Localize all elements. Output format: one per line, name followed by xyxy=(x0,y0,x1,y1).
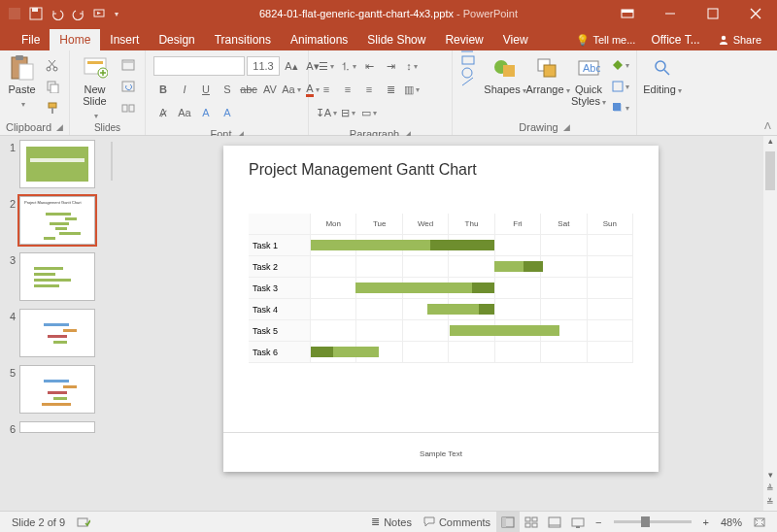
tab-slideshow[interactable]: Slide Show xyxy=(357,29,435,50)
gantt-bar[interactable] xyxy=(355,283,472,293)
gantt-bar[interactable] xyxy=(311,240,430,250)
panel-separator[interactable] xyxy=(105,136,118,511)
gantt-bar[interactable] xyxy=(524,261,543,272)
prev-slide-icon[interactable]: ≜ xyxy=(763,483,777,497)
minimize-icon[interactable] xyxy=(649,0,692,27)
thumb-2[interactable]: Project Management Gantt Chart xyxy=(19,196,95,245)
grow-font-icon[interactable]: A▴ xyxy=(282,56,301,76)
quick-styles-button[interactable]: Abc Quick Styles xyxy=(569,52,608,107)
shape-outline-icon[interactable] xyxy=(612,78,629,95)
ribbon-display-icon[interactable] xyxy=(606,0,649,27)
section-icon[interactable] xyxy=(119,99,137,116)
scroll-up-icon[interactable]: ▴ xyxy=(763,136,777,150)
tab-insert[interactable]: Insert xyxy=(100,29,149,50)
gantt-chart[interactable]: Mon Tue Wed Thu Fri Sat Sun Task 1 xyxy=(249,214,633,363)
justify-icon[interactable]: ≣ xyxy=(381,80,400,99)
gantt-bar[interactable] xyxy=(333,347,378,357)
tab-transitions[interactable]: Transitions xyxy=(205,29,281,50)
align-right-icon[interactable]: ≡ xyxy=(359,80,379,99)
sample-text[interactable]: Sample Text xyxy=(420,449,462,458)
underline-button[interactable]: U xyxy=(196,80,216,99)
share-button[interactable]: Share xyxy=(708,30,771,50)
clear-format-icon[interactable]: A̷ xyxy=(153,103,173,122)
tab-animations[interactable]: Animations xyxy=(281,29,357,50)
tab-tellme[interactable]: 💡 Tell me... xyxy=(568,29,643,50)
small-a-icon[interactable]: A xyxy=(196,103,216,122)
slide-panel[interactable]: 1 2 Project Management Gantt Chart 3 xyxy=(0,136,105,511)
zoom-level[interactable]: 48% xyxy=(715,512,748,533)
tab-review[interactable]: Review xyxy=(435,29,492,50)
shapes-button[interactable]: Shapes xyxy=(484,52,526,95)
zoom-out-button[interactable]: − xyxy=(590,512,607,533)
collapse-ribbon-icon[interactable]: ᐱ xyxy=(764,120,771,131)
next-slide-icon[interactable]: ≚ xyxy=(763,497,777,511)
thumb-3[interactable] xyxy=(19,252,95,301)
fit-to-window-icon[interactable] xyxy=(748,512,771,533)
zoom-knob[interactable] xyxy=(641,516,650,527)
vertical-scrollbar[interactable]: ▴ ▾ ≜ ≚ xyxy=(763,136,777,511)
bullets-icon[interactable]: ☰ xyxy=(317,56,336,76)
editing-button[interactable]: Editing xyxy=(641,52,684,95)
highlight-icon[interactable]: Aa xyxy=(175,103,194,122)
shape-gallery[interactable] xyxy=(456,52,484,82)
notes-button[interactable]: ≣Notes xyxy=(365,512,418,533)
gantt-bar[interactable] xyxy=(427,304,479,315)
gantt-bar[interactable] xyxy=(479,304,495,315)
columns-icon[interactable]: ▥ xyxy=(402,80,422,99)
comments-button[interactable]: Comments xyxy=(418,512,496,533)
indent-dec-icon[interactable]: ⇤ xyxy=(359,56,379,76)
drawing-launcher-icon[interactable]: ◢ xyxy=(563,122,570,132)
slide-indicator[interactable]: Slide 2 of 9 xyxy=(6,512,71,533)
bold-button[interactable]: B xyxy=(153,80,173,99)
tab-view[interactable]: View xyxy=(493,29,538,50)
arrange-button[interactable]: Arrange xyxy=(526,52,569,95)
align-center-icon[interactable]: ≡ xyxy=(338,80,357,99)
font-family-input[interactable] xyxy=(153,56,245,76)
text-direction-icon[interactable]: ↧A xyxy=(317,103,336,122)
format-painter-icon[interactable] xyxy=(44,99,61,116)
gantt-bar[interactable] xyxy=(472,283,494,293)
normal-view-icon[interactable] xyxy=(496,512,520,533)
smartart-icon[interactable]: ▭ xyxy=(359,103,379,122)
changecase-icon[interactable]: Aa xyxy=(282,80,301,99)
save-icon[interactable] xyxy=(29,7,43,20)
tab-design[interactable]: Design xyxy=(149,29,204,50)
numbering-icon[interactable]: ⒈ xyxy=(338,56,357,76)
sorter-view-icon[interactable] xyxy=(520,512,543,533)
thumb-5[interactable] xyxy=(19,365,95,414)
zoom-in-button[interactable]: + xyxy=(697,512,715,533)
thumb-4[interactable] xyxy=(19,309,95,357)
spacing-icon[interactable]: AV xyxy=(260,80,280,99)
paste-button[interactable]: Paste xyxy=(4,52,40,109)
align-text-icon[interactable]: ⊟ xyxy=(338,103,357,122)
thumb-6[interactable] xyxy=(19,421,95,433)
reset-icon[interactable] xyxy=(119,78,137,95)
qat-dropdown-icon[interactable]: ▾ xyxy=(115,10,118,18)
tab-home[interactable]: Home xyxy=(50,29,100,50)
undo-icon[interactable] xyxy=(51,7,64,20)
gantt-bar[interactable] xyxy=(494,261,524,272)
big-a-icon[interactable]: A xyxy=(218,103,237,122)
zoom-slider[interactable] xyxy=(614,520,692,523)
reading-view-icon[interactable] xyxy=(543,512,566,533)
font-size-input[interactable] xyxy=(247,56,280,76)
align-left-icon[interactable]: ≡ xyxy=(317,80,336,99)
maximize-icon[interactable] xyxy=(692,0,734,27)
thumb-1[interactable] xyxy=(19,140,95,188)
copy-icon[interactable] xyxy=(44,78,61,95)
redo-icon[interactable] xyxy=(72,7,85,20)
gantt-bar[interactable] xyxy=(430,240,494,250)
shape-effects-icon[interactable] xyxy=(612,99,629,116)
scroll-handle[interactable] xyxy=(765,151,775,190)
italic-button[interactable]: I xyxy=(175,80,194,99)
line-spacing-icon[interactable]: ↕ xyxy=(402,56,422,76)
scroll-down-icon[interactable]: ▾ xyxy=(763,470,777,483)
shadow-button[interactable]: S xyxy=(218,80,237,99)
tab-office[interactable]: Office T... xyxy=(643,29,707,50)
layout-icon[interactable] xyxy=(119,56,137,74)
gantt-bar[interactable] xyxy=(450,325,559,336)
slide[interactable]: Project Management Gantt Chart Mon Tue W… xyxy=(223,146,659,472)
cut-icon[interactable] xyxy=(44,56,61,74)
tab-file[interactable]: File xyxy=(12,29,50,50)
gantt-bar[interactable] xyxy=(311,347,333,357)
